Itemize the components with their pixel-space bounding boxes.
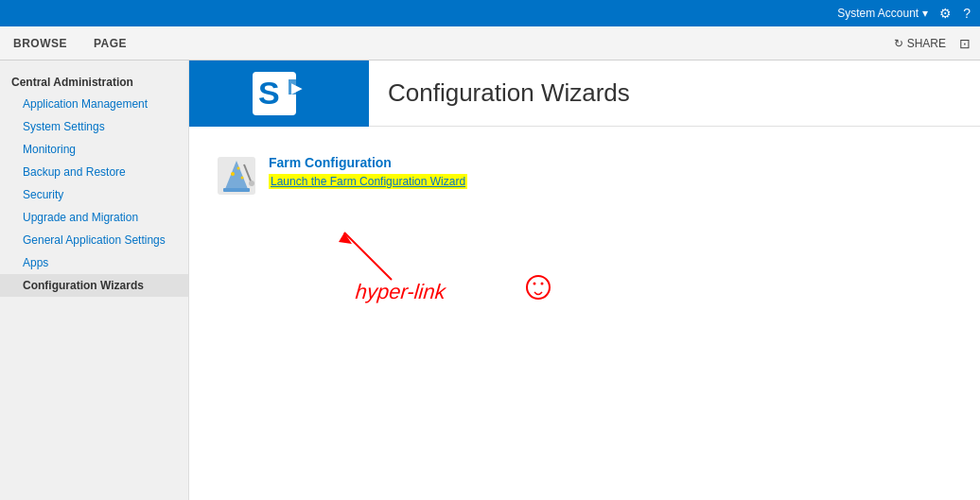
sidebar-item-application-management[interactable]: Application Management	[0, 93, 188, 115]
svg-point-15	[527, 276, 550, 299]
logo-box: S ▶	[189, 60, 369, 127]
ribbon-bar: BROWSE PAGE ↻ SHARE ⊡	[0, 26, 980, 60]
svg-text:hyper-link: hyper-link	[355, 280, 447, 303]
sidebar-item-security[interactable]: Security	[0, 183, 188, 206]
sidebar: Central Administration Application Manag…	[0, 60, 189, 500]
annotation-area: hyper-link	[269, 204, 600, 318]
svg-line-12	[344, 233, 392, 280]
svg-text:▶: ▶	[291, 80, 303, 95]
share-label: SHARE	[907, 37, 946, 50]
svg-point-8	[237, 167, 240, 170]
tab-page[interactable]: PAGE	[90, 37, 131, 50]
main-layout: Central Administration Application Manag…	[0, 60, 980, 500]
page-title: Configuration Wizards	[388, 78, 630, 108]
sidebar-item-general-application-settings[interactable]: General Application Settings	[0, 229, 188, 251]
svg-text:S: S	[258, 75, 280, 111]
settings-icon[interactable]: ⚙	[939, 6, 952, 21]
sidebar-heading: Central Administration	[0, 68, 188, 93]
main-content: Farm Configuration Launch the Farm Confi…	[189, 127, 980, 336]
sidebar-item-upgrade-migration[interactable]: Upgrade and Migration	[0, 206, 188, 229]
farm-config-title-link[interactable]: Farm Configuration	[269, 155, 392, 170]
content-area: S ▶ Configuration Wizards	[189, 60, 980, 500]
dropdown-arrow: ▾	[922, 7, 928, 20]
page-header: S ▶ Configuration Wizards	[189, 60, 980, 127]
svg-point-7	[231, 172, 235, 176]
sidebar-item-configuration-wizards[interactable]: Configuration Wizards	[0, 274, 188, 297]
sidebar-item-monitoring[interactable]: Monitoring	[0, 138, 188, 161]
svg-rect-6	[223, 188, 250, 192]
sharepoint-logo: S ▶	[251, 70, 307, 117]
svg-point-11	[249, 181, 254, 186]
top-bar: System Account ▾ ⚙ ?	[0, 0, 980, 26]
share-button[interactable]: ↻ SHARE	[894, 37, 946, 50]
expand-icon[interactable]: ⊡	[959, 36, 971, 51]
share-icon: ↻	[894, 37, 903, 50]
help-icon[interactable]: ?	[963, 6, 971, 21]
farm-config-section: Farm Configuration Launch the Farm Confi…	[218, 155, 952, 195]
sidebar-item-system-settings[interactable]: System Settings	[0, 115, 188, 138]
system-account-menu[interactable]: System Account ▾	[837, 7, 928, 20]
annotation-drawing: hyper-link	[269, 204, 600, 318]
page-title-area: Configuration Wizards	[369, 78, 649, 108]
farm-config-icon	[218, 157, 255, 195]
svg-point-9	[241, 177, 244, 180]
sidebar-item-backup-restore[interactable]: Backup and Restore	[0, 161, 188, 183]
system-account-label: System Account	[837, 7, 919, 20]
svg-point-17	[541, 283, 544, 285]
ribbon-right: ↻ SHARE ⊡	[894, 36, 971, 51]
sidebar-item-apps[interactable]: Apps	[0, 251, 188, 274]
farm-config-wizard-link[interactable]: Launch the Farm Configuration Wizard	[269, 174, 467, 189]
tab-browse[interactable]: BROWSE	[9, 37, 71, 50]
svg-point-16	[534, 283, 536, 285]
farm-config-text: Farm Configuration Launch the Farm Confi…	[269, 155, 467, 189]
